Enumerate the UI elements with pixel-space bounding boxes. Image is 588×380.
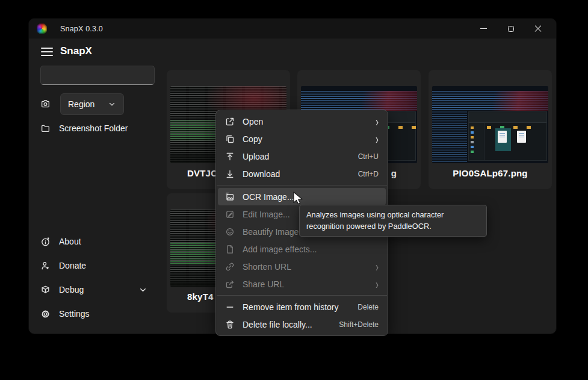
menu-item-open[interactable]: Open ›	[218, 113, 386, 130]
submenu-arrow-icon: ›	[376, 132, 379, 146]
menu-item-label: Delete file locally...	[243, 320, 331, 329]
menu-item-shorten-url[interactable]: Shorten URL ›	[218, 258, 386, 275]
menu-item-label: Open	[243, 117, 368, 126]
titlebar[interactable]: SnapX 0.3.0	[29, 19, 556, 39]
download-icon	[225, 169, 235, 179]
tooltip: Analyzes images using optical character …	[299, 205, 487, 237]
mouse-cursor-icon	[292, 192, 306, 208]
menu-item-label: Share URL	[243, 279, 368, 289]
sidebar-item-screenshot-folder[interactable]: Screenshot Folder	[36, 118, 128, 139]
copy-icon	[225, 134, 235, 144]
edit-image-icon	[225, 210, 235, 219]
menu-item-label: Shorten URL	[243, 262, 368, 272]
window-title: SnapX 0.3.0	[60, 25, 103, 33]
capture-mode-label: Region	[68, 99, 94, 109]
submenu-arrow-icon: ›	[376, 260, 379, 273]
menu-item-label: Copy	[243, 134, 368, 144]
search-input[interactable]	[40, 66, 155, 85]
submenu-arrow-icon: ›	[376, 114, 379, 128]
menu-item-shortcut: Shift+Delete	[339, 320, 379, 329]
menu-item-label: Remove item from history	[243, 302, 350, 312]
chevron-down-icon	[108, 100, 116, 108]
sidebar-item-settings[interactable]: Settings	[36, 304, 90, 324]
sidebar-item-about[interactable]: About	[36, 231, 81, 252]
menu-item-upload[interactable]: Upload Ctrl+U	[218, 148, 386, 165]
menu-item-label: Upload	[243, 152, 350, 161]
upload-icon	[225, 152, 235, 161]
menu-item-download[interactable]: Download Ctrl+D	[218, 165, 386, 182]
tooltip-text: Analyzes images using optical character …	[306, 210, 444, 231]
capture-mode-dropdown[interactable]: Region	[60, 93, 124, 115]
menu-item-label: OCR Image...	[243, 192, 379, 202]
open-external-icon	[225, 117, 235, 126]
menu-item-shortcut: Delete	[357, 303, 379, 311]
donate-person-heart-icon	[40, 261, 51, 271]
menu-item-delete-file-locally[interactable]: Delete file locally... Shift+Delete	[218, 316, 386, 333]
camera-icon	[40, 99, 51, 109]
info-icon	[40, 237, 51, 247]
maximize-button[interactable]	[497, 19, 524, 39]
menu-item-label: Download	[243, 169, 350, 179]
sidebar-item-label: About	[59, 237, 81, 246]
ocr-image-icon	[225, 192, 235, 202]
app-logo-icon	[37, 23, 47, 34]
sidebar-item-label: Donate	[59, 261, 86, 270]
app-title: SnapX	[60, 45, 92, 57]
maximize-icon	[508, 26, 514, 32]
smiley-icon	[225, 227, 235, 237]
sidebar-item-label: Screenshot Folder	[59, 123, 128, 133]
minus-icon	[225, 302, 235, 312]
sidebar-item-label: Settings	[59, 309, 90, 319]
minimize-icon	[480, 28, 487, 29]
link-icon	[225, 262, 235, 272]
sidebar-item-debug[interactable]: Debug	[36, 279, 84, 300]
folder-icon	[40, 123, 51, 134]
close-icon	[534, 25, 542, 33]
menu-item-add-image-effects[interactable]: Add image effects...	[218, 240, 386, 258]
menu-item-copy[interactable]: Copy ›	[218, 130, 386, 148]
share-icon	[225, 279, 235, 289]
close-button[interactable]	[524, 19, 551, 39]
menu-item-label: Add image effects...	[243, 245, 379, 254]
sidebar-item-donate[interactable]: Donate	[36, 255, 86, 276]
gear-icon	[40, 309, 51, 319]
menu-separator	[217, 185, 387, 185]
submenu-arrow-icon: ›	[376, 277, 379, 291]
page-icon	[225, 245, 235, 254]
menu-item-shortcut: Ctrl+D	[358, 170, 379, 178]
menu-item-remove-from-history[interactable]: Remove item from history Delete	[218, 298, 386, 316]
menu-item-shortcut: Ctrl+U	[358, 152, 379, 161]
debug-cube-icon	[40, 285, 51, 295]
menu-item-share-url[interactable]: Share URL ›	[218, 275, 386, 293]
filename-label: PIO0SALp67.png	[429, 168, 552, 178]
trash-icon	[225, 320, 235, 329]
gallery-item[interactable]: PIO0SALp67.png	[429, 70, 552, 189]
menu-separator	[217, 295, 387, 296]
chevron-down-icon	[138, 285, 147, 294]
sidebar-item-label: Debug	[59, 285, 84, 294]
minimize-button[interactable]	[470, 19, 497, 39]
thumbnail-image	[432, 86, 548, 163]
menu-toggle-button[interactable]	[40, 46, 54, 57]
